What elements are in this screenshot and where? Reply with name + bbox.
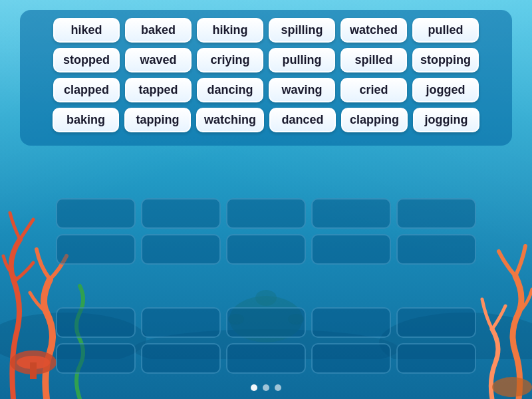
present-slot-1-1[interactable]	[56, 198, 136, 229]
past-slot-2-2[interactable]	[141, 343, 221, 374]
dot-2[interactable]	[263, 384, 269, 391]
word-chip-cried[interactable]: cried	[340, 78, 407, 102]
word-chip-spilled[interactable]: spilled	[340, 48, 407, 72]
word-chip-tapped[interactable]: tapped	[125, 78, 192, 102]
word-chip-waved[interactable]: waved	[125, 48, 192, 72]
word-chip-hiking[interactable]: hiking	[197, 18, 263, 43]
present-slot-2-2[interactable]	[141, 234, 221, 265]
word-chip-tapping[interactable]: tapping	[124, 108, 191, 132]
word-chip-stopping[interactable]: stopping	[412, 48, 479, 72]
past-slot-1-4[interactable]	[311, 307, 391, 338]
words-row-4: bakingtappingwatchingdancedclappingjoggi…	[27, 108, 505, 132]
present-drop-row-1	[20, 198, 512, 229]
dot-3[interactable]	[275, 384, 281, 391]
words-row-3: clappedtappeddancingwavingcriedjogged	[27, 78, 505, 102]
word-chip-watched[interactable]: watched	[340, 18, 407, 43]
past-slot-2-1[interactable]	[56, 343, 136, 374]
word-chip-pulled[interactable]: pulled	[412, 18, 479, 43]
present-slot-1-3[interactable]	[226, 198, 306, 229]
present-drop-zones	[20, 198, 512, 270]
past-slot-1-2[interactable]	[141, 307, 221, 338]
svg-point-6	[255, 290, 277, 306]
word-chip-stopped[interactable]: stopped	[53, 48, 120, 72]
words-panel: hikedbakedhikingspillingwatchedpulled st…	[20, 10, 512, 146]
word-chip-clapping[interactable]: clapping	[341, 108, 408, 132]
past-slot-2-4[interactable]	[311, 343, 391, 374]
past-drop-zones	[20, 307, 512, 379]
word-chip-hiked[interactable]: hiked	[53, 18, 120, 43]
word-chip-spilling[interactable]: spilling	[269, 18, 335, 43]
word-chip-clapped[interactable]: clapped	[53, 78, 120, 102]
past-drop-row-2	[20, 343, 512, 374]
past-slot-1-5[interactable]	[396, 307, 476, 338]
word-chip-jogged[interactable]: jogged	[412, 78, 479, 102]
present-slot-2-3[interactable]	[226, 234, 306, 265]
pagination-dots	[251, 384, 281, 391]
past-slot-2-3[interactable]	[226, 343, 306, 374]
present-slot-1-4[interactable]	[311, 198, 391, 229]
past-slot-1-3[interactable]	[226, 307, 306, 338]
word-chip-watching[interactable]: watching	[196, 108, 264, 132]
words-row-2: stoppedwavedcriyingpullingspilledstoppin…	[27, 48, 505, 72]
word-chip-criying[interactable]: criying	[197, 48, 263, 72]
word-chip-jogging[interactable]: jogging	[413, 108, 479, 132]
present-slot-2-4[interactable]	[311, 234, 391, 265]
present-slot-2-5[interactable]	[396, 234, 476, 265]
word-chip-baking[interactable]: baking	[53, 108, 119, 132]
present-slot-2-1[interactable]	[56, 234, 136, 265]
past-slot-1-1[interactable]	[56, 307, 136, 338]
present-drop-row-2	[20, 234, 512, 265]
words-row-1: hikedbakedhikingspillingwatchedpulled	[27, 18, 505, 43]
word-chip-dancing[interactable]: dancing	[197, 78, 263, 102]
present-slot-1-2[interactable]	[141, 198, 221, 229]
past-drop-row-1	[20, 307, 512, 338]
word-chip-pulling[interactable]: pulling	[269, 48, 335, 72]
word-chip-danced[interactable]: danced	[269, 108, 336, 132]
past-slot-2-5[interactable]	[396, 343, 476, 374]
word-chip-waving[interactable]: waving	[269, 78, 335, 102]
dot-1[interactable]	[251, 384, 257, 391]
word-chip-baked[interactable]: baked	[125, 18, 192, 43]
present-slot-1-5[interactable]	[396, 198, 476, 229]
